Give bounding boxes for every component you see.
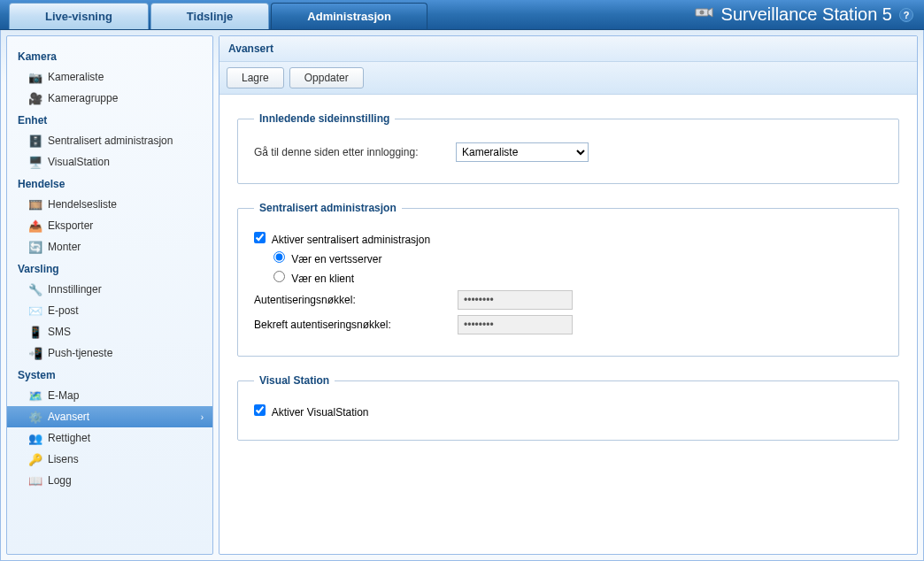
sidebar-item-privilege[interactable]: 👥 Rettighet <box>7 427 212 449</box>
sidebar-item-label: Innstillinger <box>48 283 102 296</box>
sidebar-item-label: Hendelsesliste <box>48 198 117 211</box>
refresh-button[interactable]: Oppdater <box>289 67 364 88</box>
tab-live[interactable]: Live-visning <box>9 3 149 29</box>
phone-icon: 📱 <box>28 325 42 339</box>
sidebar-item-sms[interactable]: 📱 SMS <box>7 321 212 342</box>
app-title: Surveillance Station 5 <box>721 4 892 25</box>
tab-admin[interactable]: Administrasjon <box>271 3 427 29</box>
sidebar-item-label: Lisens <box>48 453 79 465</box>
panel-title: Avansert <box>219 36 917 62</box>
initial-page-label: Gå til denne siden etter innlogging: <box>254 146 449 158</box>
sidebar-section-device: Enhet <box>7 109 212 130</box>
sidebar-item-visualstation[interactable]: 🖥️ VisualStation <box>7 151 212 173</box>
cms-client-label[interactable]: Vær en klient <box>273 271 354 285</box>
app-title-area: Surveillance Station 5 ? <box>695 0 924 29</box>
chevron-right-icon: › <box>201 412 204 422</box>
tab-timeline[interactable]: Tidslinje <box>150 3 270 29</box>
sidebar-item-email[interactable]: ✉️ E-post <box>7 300 212 321</box>
sidebar-item-advanced[interactable]: ⚙️ Avansert › <box>7 406 212 427</box>
sidebar-item-mount[interactable]: 🔄 Monter <box>7 236 212 257</box>
film-icon: 🎞️ <box>28 197 42 211</box>
vs-enable-label[interactable]: Aktiver VisualStation <box>254 404 369 419</box>
cms-host-label[interactable]: Vær en vertsserver <box>273 251 381 265</box>
toolbar: Lagre Oppdater <box>219 62 917 95</box>
sidebar-item-label: Eksporter <box>48 219 93 232</box>
sidebar-item-settings[interactable]: 🔧 Innstillinger <box>7 279 212 300</box>
sidebar-item-label: Logg <box>48 474 72 487</box>
group-vs-legend: Visual Station <box>254 374 335 387</box>
camera-group-icon: 🎥 <box>28 91 42 105</box>
sidebar-item-event-list[interactable]: 🎞️ Hendelsesliste <box>7 194 212 215</box>
cms-host-radio[interactable] <box>273 251 285 263</box>
sidebar-item-log[interactable]: 📖 Logg <box>7 470 212 491</box>
key-icon: 🔑 <box>28 452 42 466</box>
sidebar-section-notify: Varsling <box>7 257 212 279</box>
cms-client-radio[interactable] <box>273 271 285 282</box>
cms-enable-label[interactable]: Aktiver sentralisert administrasjon <box>254 232 430 246</box>
sidebar: Kamera 📷 Kameraliste 🎥 Kameragruppe Enhe… <box>6 35 213 555</box>
sidebar-item-label: SMS <box>48 326 71 338</box>
monitor-icon: 🖥️ <box>28 155 42 169</box>
camera-icon: 📷 <box>28 70 42 84</box>
sidebar-item-camera-group[interactable]: 🎥 Kameragruppe <box>7 88 212 109</box>
main-panel: Avansert Lagre Oppdater Innledende sidei… <box>219 35 918 555</box>
auth-key-label: Autentiseringsnøkkel: <box>254 294 458 306</box>
auth-key-input[interactable] <box>458 290 573 310</box>
push-icon: 📲 <box>28 346 42 360</box>
mail-icon: ✉️ <box>28 304 42 318</box>
book-icon: 📖 <box>28 473 42 488</box>
camera-logo-icon <box>695 4 714 25</box>
map-icon: 🗺️ <box>28 388 42 403</box>
auth-key-confirm-label: Bekreft autentiseringsnøkkel: <box>254 319 458 331</box>
group-cms: Sentralisert administrasjon Aktiver sent… <box>237 202 899 357</box>
sidebar-item-license[interactable]: 🔑 Lisens <box>7 449 212 470</box>
sidebar-item-push[interactable]: 📲 Push-tjeneste <box>7 342 212 364</box>
vs-enable-checkbox[interactable] <box>254 404 266 416</box>
save-button[interactable]: Lagre <box>227 67 284 88</box>
group-initial-legend: Innledende sideinnstilling <box>254 112 395 125</box>
sidebar-item-label: Monter <box>48 241 81 253</box>
content: Innledende sideinnstilling Gå til denne … <box>219 95 917 476</box>
sidebar-item-label: E-Map <box>48 389 79 402</box>
sidebar-section-system: System <box>7 364 212 385</box>
main-tabs: Live-visning Tidslinje Administrasjon <box>0 0 429 29</box>
app-header: Live-visning Tidslinje Administrasjon Su… <box>0 0 924 30</box>
gear-icon: ⚙️ <box>28 410 42 424</box>
sidebar-item-label: Avansert <box>48 411 89 423</box>
users-icon: 👥 <box>28 431 42 445</box>
sidebar-item-label: Kameragruppe <box>48 92 118 104</box>
sidebar-item-label: VisualStation <box>48 156 110 168</box>
mount-icon: 🔄 <box>28 240 42 254</box>
sidebar-item-emap[interactable]: 🗺️ E-Map <box>7 385 212 406</box>
sidebar-item-export[interactable]: 📤 Eksporter <box>7 215 212 236</box>
group-visualstation: Visual Station Aktiver VisualStation <box>237 374 899 441</box>
export-icon: 📤 <box>28 219 42 233</box>
sidebar-item-label: Kameraliste <box>48 71 104 83</box>
svg-point-1 <box>699 11 704 15</box>
help-icon[interactable]: ? <box>899 8 913 22</box>
sidebar-item-cms[interactable]: 🗄️ Sentralisert administrasjon <box>7 130 212 151</box>
sidebar-item-label: Rettighet <box>48 432 90 444</box>
sidebar-section-event: Hendelse <box>7 173 212 194</box>
initial-page-select[interactable]: Kameraliste <box>456 142 589 162</box>
auth-key-confirm-input[interactable] <box>458 315 573 334</box>
group-initial-page: Innledende sideinnstilling Gå til denne … <box>237 112 899 184</box>
sidebar-item-label: Sentralisert administrasjon <box>48 134 173 147</box>
cms-enable-checkbox[interactable] <box>254 232 266 243</box>
sidebar-item-label: Push-tjeneste <box>48 347 112 359</box>
group-cms-legend: Sentralisert administrasjon <box>254 202 402 214</box>
sidebar-item-camera-list[interactable]: 📷 Kameraliste <box>7 66 212 88</box>
wrench-icon: 🔧 <box>28 282 42 296</box>
server-icon: 🗄️ <box>28 134 42 148</box>
sidebar-item-label: E-post <box>48 304 79 317</box>
sidebar-section-camera: Kamera <box>7 45 212 66</box>
